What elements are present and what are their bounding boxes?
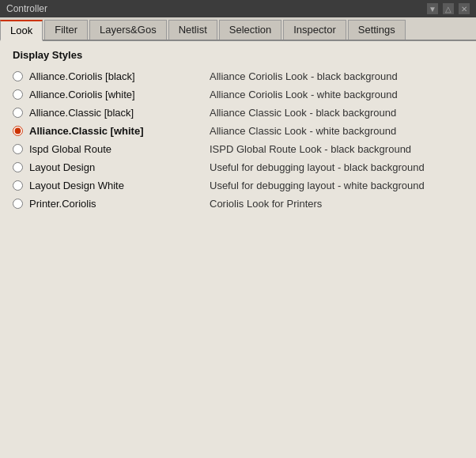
- tab-selection[interactable]: Selection: [219, 20, 281, 40]
- title-bar-controls: ▼ △ ✕: [427, 3, 470, 14]
- style-name: Layout Design: [29, 161, 203, 173]
- title-bar: Controller ▼ △ ✕: [0, 0, 476, 17]
- style-radio-layout-design[interactable]: [13, 162, 23, 172]
- list-item: Alliance.Coriolis [black]Alliance Coriol…: [13, 67, 463, 85]
- style-name: Alliance.Coriolis [black]: [29, 70, 203, 82]
- style-radio-printer-coriolis[interactable]: [13, 199, 23, 209]
- tab-layers-gos[interactable]: Layers&Gos: [89, 20, 167, 40]
- tab-look[interactable]: Look: [0, 20, 43, 41]
- style-radio-alliance-coriolis-black[interactable]: [13, 71, 23, 81]
- tab-inspector[interactable]: Inspector: [283, 20, 346, 40]
- style-name: Ispd Global Route: [29, 143, 203, 155]
- list-item: Ispd Global RouteISPD Global Route Look …: [13, 140, 463, 158]
- tab-filter[interactable]: Filter: [44, 20, 88, 40]
- list-item: Alliance.Coriolis [white]Alliance Coriol…: [13, 85, 463, 104]
- list-item: Printer.CoriolisCoriolis Look for Printe…: [13, 195, 463, 213]
- main-content: Display Styles Alliance.Coriolis [black]…: [0, 41, 476, 458]
- style-name: Alliance.Classic [white]: [29, 125, 203, 137]
- style-description: Useful for debugging layout - white back…: [210, 180, 425, 191]
- style-list: Alliance.Coriolis [black]Alliance Coriol…: [13, 67, 463, 213]
- style-radio-alliance-classic-black[interactable]: [13, 108, 23, 118]
- style-radio-layout-design-white[interactable]: [13, 180, 23, 191]
- tab-bar: LookFilterLayers&GosNetlistSelectionInsp…: [0, 17, 476, 41]
- style-description: Alliance Classic Look - black background: [210, 107, 396, 119]
- tab-settings[interactable]: Settings: [348, 20, 406, 40]
- section-title: Display Styles: [13, 49, 463, 61]
- style-description: Alliance Classic Look - white background: [210, 125, 396, 137]
- style-description: ISPD Global Route Look - black backgroun…: [210, 143, 411, 155]
- maximize-button[interactable]: △: [443, 3, 454, 14]
- list-item: Alliance.Classic [black]Alliance Classic…: [13, 104, 463, 122]
- minimize-button[interactable]: ▼: [427, 3, 438, 14]
- style-description: Coriolis Look for Printers: [210, 198, 322, 210]
- style-description: Alliance Coriolis Look - black backgroun…: [210, 70, 398, 82]
- style-radio-ispd-global-route[interactable]: [13, 144, 23, 154]
- style-description: Useful for debugging layout - black back…: [210, 161, 425, 173]
- style-radio-alliance-classic-white[interactable]: [13, 126, 23, 136]
- style-radio-alliance-coriolis-white[interactable]: [13, 89, 23, 100]
- tab-netlist[interactable]: Netlist: [168, 20, 217, 40]
- list-item: Layout Design WhiteUseful for debugging …: [13, 176, 463, 195]
- style-description: Alliance Coriolis Look - white backgroun…: [210, 89, 398, 100]
- style-name: Alliance.Classic [black]: [29, 107, 203, 119]
- close-button[interactable]: ✕: [459, 3, 470, 14]
- list-item: Alliance.Classic [white]Alliance Classic…: [13, 122, 463, 140]
- style-name: Layout Design White: [29, 180, 203, 191]
- style-name: Printer.Coriolis: [29, 198, 203, 210]
- list-item: Layout DesignUseful for debugging layout…: [13, 158, 463, 176]
- style-name: Alliance.Coriolis [white]: [29, 89, 203, 100]
- title-bar-title: Controller: [6, 3, 47, 14]
